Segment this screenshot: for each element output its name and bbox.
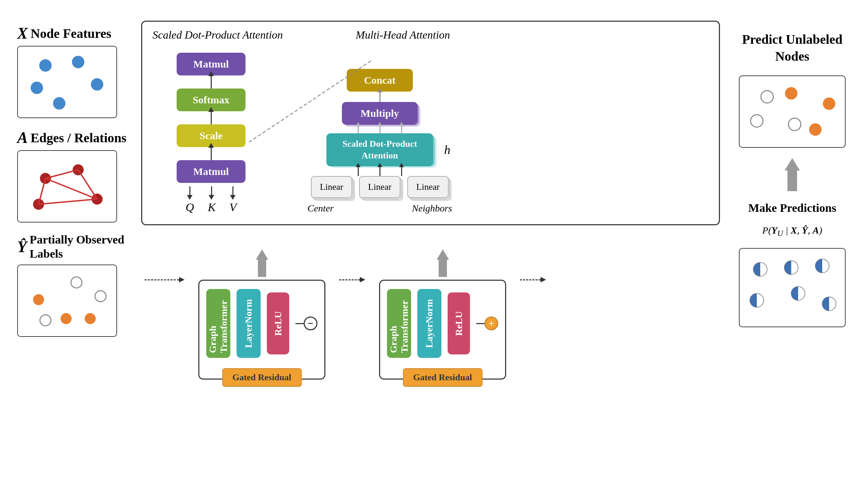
svg-point-24 (809, 123, 822, 136)
h-label: h (444, 143, 450, 157)
gated-residual-2: Gated Residual (403, 368, 482, 387)
svg-point-19 (85, 313, 96, 324)
svg-point-18 (61, 313, 72, 324)
node-features-svg (18, 46, 117, 118)
labels-section: Ŷ Partially Observed Labels (17, 233, 127, 337)
middle-dashed-arrow (339, 277, 365, 282)
svg-point-21 (761, 91, 773, 103)
svg-point-4 (53, 97, 65, 110)
multihead-title: Multi-Head Attention (356, 29, 450, 41)
svg-point-16 (40, 315, 51, 326)
attention-container: Scaled Dot-Product Attention Multi-Head … (141, 21, 720, 225)
edges-box (17, 150, 117, 223)
predict-svg (740, 76, 846, 148)
scaled-dot-block: Scaled Dot-Product Attention (326, 133, 433, 166)
center-panel: Scaled Dot-Product Attention Multi-Head … (141, 21, 720, 380)
svg-point-23 (823, 97, 835, 110)
main-container: X Node Features A Edges / Relations (0, 0, 868, 496)
center-label: Center (307, 203, 334, 214)
labels-box (17, 265, 117, 337)
svg-point-26 (788, 118, 801, 131)
node-features-box (17, 46, 117, 118)
input-svg (740, 249, 846, 328)
input-box (739, 248, 846, 327)
gnn-block1: Graph Transformer LayerNorm ReLU − (198, 249, 325, 380)
a-math: A (17, 128, 28, 147)
relu-2: ReLU (448, 292, 470, 354)
gnn-block1-inner: Graph Transformer LayerNorm ReLU − (198, 280, 325, 380)
labels-svg (18, 265, 117, 337)
gated-residual-1: Gated Residual (222, 368, 302, 387)
left-panel: X Node Features A Edges / Relations (17, 24, 127, 337)
relu-1: ReLU (267, 292, 289, 354)
edges-title: A Edges / Relations (17, 128, 127, 147)
input-dashed-arrow (145, 277, 185, 282)
svg-point-25 (785, 87, 797, 100)
big-up-arrow (785, 158, 800, 191)
svg-point-17 (33, 294, 44, 305)
svg-point-2 (31, 82, 43, 94)
yhat-math: Ŷ (17, 238, 27, 256)
svg-point-0 (39, 59, 52, 72)
predict-box (739, 75, 846, 148)
labels-title: Ŷ Partially Observed Labels (17, 233, 127, 261)
svg-line-9 (45, 170, 78, 178)
predict-title: Predict Unlabeled Nodes (734, 31, 851, 65)
svg-point-3 (91, 78, 103, 91)
node-features-label: Node Features (31, 26, 112, 41)
k-label: K (208, 201, 216, 214)
labels-label: Partially Observed Labels (30, 233, 127, 261)
graph-transformer-1: Graph Transformer (206, 289, 230, 358)
output-dashed-arrow (520, 277, 546, 282)
linear-row: Linear Linear (311, 176, 449, 198)
plus-circle: + (484, 317, 498, 330)
minus-circle: − (304, 317, 317, 330)
graph-transformer-2: Graph Transformer (387, 289, 411, 358)
edges-section: A Edges / Relations (17, 128, 127, 223)
svg-point-1 (72, 56, 84, 68)
node-features-title: X Node Features (17, 24, 127, 42)
scaled-dot-title: Scaled Dot-Product Attention (153, 29, 283, 41)
svg-point-15 (95, 291, 106, 302)
matmul-bottom-block: Matmul (177, 160, 245, 183)
gnn-block2-inner: Graph Transformer LayerNorm ReLU + (379, 280, 506, 380)
q-label: Q (186, 201, 194, 214)
svg-point-22 (751, 115, 763, 127)
right-panel: Predict Unlabeled Nodes Make Predictions… (734, 31, 851, 327)
x-math: X (17, 24, 28, 42)
linear1-block: Linear (311, 176, 352, 198)
layernorm-2: LayerNorm (417, 289, 441, 358)
make-predictions-label: Make Predictions (748, 202, 836, 215)
edges-svg (18, 151, 117, 223)
gnn-block2: Graph Transformer LayerNorm ReLU + (379, 249, 506, 380)
linear2-block: Linear (359, 176, 400, 198)
svg-point-14 (71, 277, 82, 288)
v-label: V (229, 201, 237, 214)
edges-label: Edges / Relations (31, 130, 127, 145)
multihead-section: Concat Multiply (307, 69, 452, 214)
svg-line-12 (39, 199, 97, 204)
linear3-block: Linear (407, 176, 449, 198)
svg-line-13 (45, 178, 97, 199)
layernorm-1: LayerNorm (237, 289, 261, 358)
node-features-section: X Node Features (17, 24, 127, 118)
scaled-dot-section: Matmul Softmax Scale (177, 53, 245, 214)
multiply-block: Multiply (342, 102, 418, 125)
gnn-row: Graph Transformer LayerNorm ReLU − (141, 249, 720, 380)
neighbors-label: Neighbors (412, 203, 452, 214)
math-formula: P(YU | X, Ŷ, A) (762, 225, 822, 238)
